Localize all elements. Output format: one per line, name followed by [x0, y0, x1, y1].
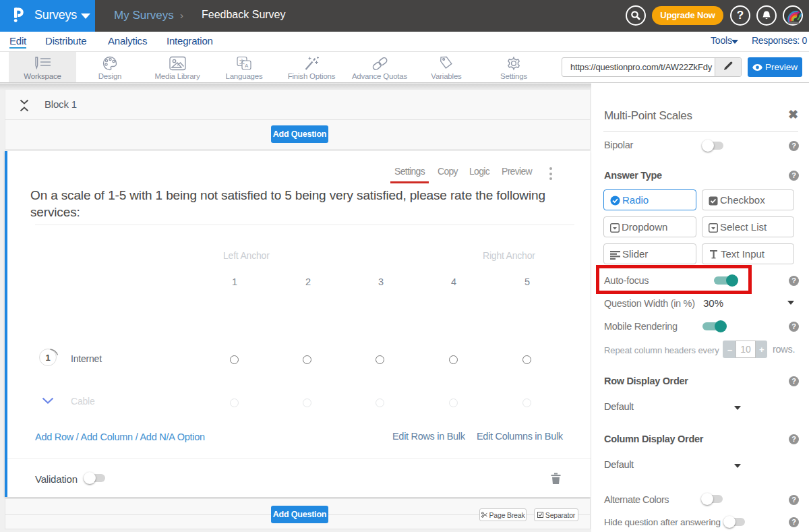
svg-text:A: A: [245, 63, 249, 69]
svg-text:文: 文: [239, 58, 245, 65]
